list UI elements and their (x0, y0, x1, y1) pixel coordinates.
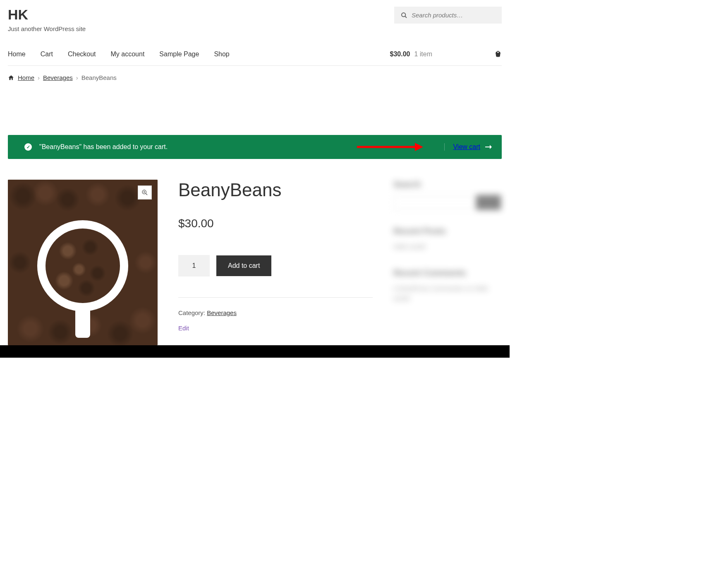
product-category-link[interactable]: Beverages (207, 309, 237, 316)
recent-posts-heading: Recent Posts (393, 226, 501, 236)
annotation-arrow (357, 141, 423, 153)
svg-marker-3 (415, 143, 423, 151)
edit-link[interactable]: Edit (178, 325, 373, 332)
breadcrumb-home[interactable]: Home (18, 74, 34, 81)
check-icon: ✓ (24, 143, 32, 151)
zoom-button[interactable] (138, 185, 152, 200)
sidebar-search-input[interactable] (393, 195, 476, 210)
product-image[interactable] (8, 180, 158, 345)
nav-shop[interactable]: Shop (214, 51, 229, 58)
view-cart-button[interactable]: View cart (444, 143, 492, 151)
cart-item-count: 1 item (414, 51, 432, 58)
home-icon (8, 75, 14, 81)
category-label: Category: (178, 309, 207, 316)
breadcrumb-category[interactable]: Beverages (43, 74, 73, 81)
primary-nav: Home Cart Checkout My account Sample Pag… (8, 51, 230, 58)
svg-point-0 (402, 13, 405, 17)
view-cart-label: View cart (453, 143, 480, 151)
site-tagline: Just another WordPress site (8, 25, 86, 32)
basket-icon (494, 51, 502, 58)
arrow-right-icon (485, 145, 492, 149)
sidebar-search-button[interactable] (476, 195, 501, 210)
nav-my-account[interactable]: My account (111, 51, 145, 58)
breadcrumb-current: BeanyBeans (81, 74, 117, 81)
sidebar-search-label: Search (393, 180, 501, 189)
site-title[interactable]: HK (8, 7, 86, 23)
nav-home[interactable]: Home (8, 51, 26, 58)
message-text: "BeanyBeans" has been added to your cart… (39, 143, 168, 151)
search-icon (401, 12, 407, 19)
nav-cart[interactable]: Cart (41, 51, 53, 58)
footer-bar (0, 345, 510, 358)
add-to-cart-button[interactable]: Add to cart (216, 255, 271, 276)
svg-line-1 (405, 16, 407, 18)
breadcrumb-separator: › (76, 74, 78, 81)
product-price: $30.00 (178, 217, 373, 230)
breadcrumb-separator: › (38, 74, 40, 81)
recent-comments-heading: Recent Comments (393, 268, 501, 278)
nav-sample-page[interactable]: Sample Page (159, 51, 199, 58)
svg-line-5 (146, 193, 147, 195)
sidebar: Search Recent Posts Hello world! Recent … (393, 180, 501, 320)
product-image-wrap (8, 180, 158, 345)
cart-success-message: ✓ "BeanyBeans" has been added to your ca… (8, 135, 502, 159)
product-meta: Category: Beverages (178, 297, 373, 316)
header-cart-link[interactable]: $30.00 1 item (390, 51, 502, 58)
magnify-plus-icon (141, 189, 148, 196)
cart-total: $30.00 (390, 51, 410, 58)
recent-comments-item[interactable]: A WordPress Commenter on Hello world! (393, 284, 501, 303)
quantity-input[interactable] (178, 255, 210, 277)
search-box[interactable] (394, 7, 502, 24)
nav-checkout[interactable]: Checkout (68, 51, 96, 58)
breadcrumb: Home › Beverages › BeanyBeans (8, 66, 502, 89)
search-input[interactable] (412, 12, 495, 19)
product-title: BeanyBeans (178, 180, 373, 200)
recent-posts-item[interactable]: Hello world! (393, 242, 501, 252)
